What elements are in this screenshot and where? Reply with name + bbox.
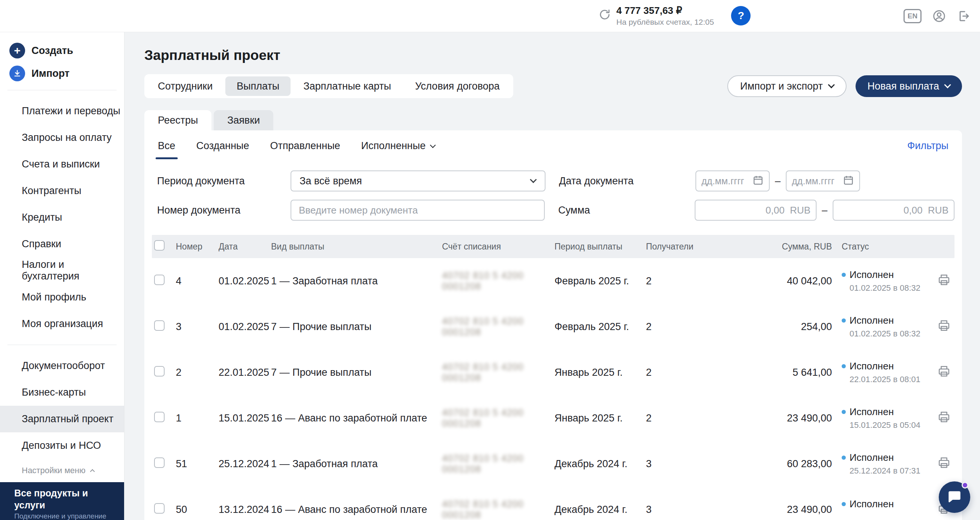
table-row[interactable]: 1 15.01.2025 16 — Аванс по заработной пл… — [152, 395, 955, 441]
tab-payouts[interactable]: Выплаты — [225, 76, 291, 96]
table-row[interactable]: 4 01.02.2025 1 — Заработная плата 40702 … — [152, 258, 955, 304]
app-body: + Создать Импорт Платежи и переводы Запр… — [0, 32, 980, 520]
registries-table: Номер Дата Вид выплаты Счёт списания Пер… — [152, 235, 955, 520]
sidebar-menu-top: Платежи и переводы Запросы на оплату Сче… — [0, 98, 124, 337]
print-icon[interactable] — [937, 410, 951, 424]
status-time: 22.01.2025 в 08:01 — [850, 375, 928, 384]
cell-date: 25.12.2024 — [219, 458, 271, 470]
sidebar-item-payment-requests[interactable]: Запросы на оплату — [0, 124, 124, 151]
sidebar-item-my-organization[interactable]: Моя организация — [0, 311, 124, 337]
cell-period: Январь 2025 г. — [554, 412, 646, 424]
amount-from-input[interactable] — [701, 205, 811, 216]
cell-account-redacted: 40702 810 5 4200 0001208 — [442, 499, 554, 520]
sidebar-item-taxes-accounting[interactable]: Налоги и бухгалтерия — [0, 257, 124, 284]
print-icon[interactable] — [937, 273, 951, 287]
calendar-icon[interactable] — [752, 174, 764, 187]
cell-date: 01.02.2025 — [219, 275, 271, 287]
create-label: Создать — [32, 45, 73, 57]
sidebar-item-credits[interactable]: Кредиты — [0, 204, 124, 231]
help-button[interactable]: ? — [731, 6, 751, 25]
cell-status: Исполнен 25.12.2024 в 07:31 — [832, 452, 928, 476]
subtab-applications[interactable]: Заявки — [214, 110, 273, 130]
chat-button[interactable] — [939, 481, 970, 513]
row-checkbox[interactable] — [154, 320, 165, 331]
period-label: Период документа — [157, 175, 291, 187]
period-value: За всё время — [299, 175, 362, 187]
amount-to-input[interactable] — [838, 205, 948, 216]
table-row[interactable]: 50 13.12.2024 16 — Аванс по заработной п… — [152, 487, 955, 520]
cell-number: 51 — [176, 458, 219, 470]
subtab-registries[interactable]: Реестры — [144, 110, 212, 130]
page-title: Зарплатный проект — [144, 47, 962, 64]
table-row[interactable]: 3 01.02.2025 7 — Прочие выплаты 40702 81… — [152, 304, 955, 350]
import-button[interactable]: Импорт — [0, 65, 124, 82]
amount-from-field[interactable] — [695, 200, 816, 221]
header-date: Дата — [219, 242, 271, 252]
print-icon[interactable] — [937, 456, 951, 469]
menu-settings-button[interactable]: Настройки меню — [0, 459, 124, 482]
print-icon[interactable] — [937, 365, 951, 378]
filter-row-period: Период документа За всё время Дата докум… — [152, 170, 955, 192]
document-number-field[interactable] — [291, 200, 545, 221]
sidebar-item-business-cards[interactable]: Бизнес-карты — [0, 379, 124, 406]
sidebar-item-deposits[interactable]: Депозиты и НСО — [0, 432, 124, 459]
cell-amount: 5 641,00 — [768, 367, 832, 378]
cell-number: 3 — [176, 321, 219, 333]
sidebar-item-payments-transfers[interactable]: Платежи и переводы — [0, 98, 124, 124]
row-checkbox[interactable] — [154, 366, 165, 377]
table-header: Номер Дата Вид выплаты Счёт списания Пер… — [152, 235, 955, 258]
cell-amount: 23 490,00 — [768, 504, 832, 515]
period-select[interactable]: За всё время — [291, 170, 546, 192]
sidebar-item-salary-project[interactable]: Зарплатный проект — [0, 406, 124, 432]
row-checkbox[interactable] — [154, 457, 165, 468]
row-checkbox[interactable] — [154, 503, 165, 514]
sidebar-item-counterparties[interactable]: Контрагенты — [0, 178, 124, 204]
date-from-input[interactable] — [702, 176, 749, 187]
chevron-down-icon — [430, 143, 436, 148]
sidebar-item-certificates[interactable]: Справки — [0, 231, 124, 257]
select-all-checkbox[interactable] — [154, 240, 165, 250]
table-row[interactable]: 51 25.12.2024 1 — Заработная плата 40702… — [152, 441, 955, 487]
sidebar-item-accounts-statements[interactable]: Счета и выписки — [0, 151, 124, 178]
cell-type: 1 — Заработная плата — [271, 458, 442, 470]
profile-icon[interactable] — [932, 9, 946, 23]
tab-contract-terms[interactable]: Условия договора — [404, 76, 511, 96]
cell-period: Декабрь 2024 г. — [554, 458, 646, 470]
create-button[interactable]: + Создать — [0, 42, 124, 60]
tab-employees[interactable]: Сотрудники — [146, 76, 224, 96]
amount-to-field[interactable] — [833, 200, 955, 221]
document-number-input[interactable] — [299, 205, 536, 216]
date-from-field[interactable] — [695, 170, 770, 192]
new-payment-button[interactable]: Новая выплата — [856, 75, 962, 97]
language-button[interactable]: EN — [904, 9, 921, 23]
date-to-field[interactable] — [786, 170, 860, 192]
filter-tab-created[interactable]: Созданные — [196, 140, 249, 159]
filter-tab-sent[interactable]: Отправленные — [270, 140, 340, 159]
filter-tab-all[interactable]: Все — [158, 140, 175, 159]
tab-salary-cards[interactable]: Зарплатные карты — [292, 76, 402, 96]
status-label: Исполнен — [850, 498, 894, 510]
import-export-button[interactable]: Импорт и экспорт — [727, 75, 846, 97]
cell-recipients: 2 — [646, 412, 768, 424]
status-dot — [842, 502, 846, 506]
print-icon[interactable] — [937, 319, 951, 332]
row-checkbox[interactable] — [154, 412, 165, 422]
all-products-button[interactable]: Все продукты и услуги Подключение и упра… — [0, 482, 124, 520]
cell-account-redacted: 40702 810 5 4200 0001208 — [442, 361, 554, 383]
filters-link[interactable]: Фильтры — [907, 140, 948, 159]
status-label: Исполнен — [850, 360, 894, 372]
menu-settings-label: Настройки меню — [22, 466, 86, 476]
date-to-input[interactable] — [792, 176, 840, 187]
sidebar-item-my-profile[interactable]: Мой профиль — [0, 284, 124, 311]
header-amount: Сумма, RUB — [768, 242, 832, 252]
cell-amount: 254,00 — [768, 321, 832, 333]
logout-icon[interactable] — [957, 10, 970, 23]
calendar-icon[interactable] — [843, 174, 854, 187]
all-products-title: Все продукты и услуги — [14, 487, 120, 511]
filter-tab-executed[interactable]: Исполненные — [361, 140, 435, 159]
table-row[interactable]: 2 22.01.2025 7 — Прочие выплаты 40702 81… — [152, 350, 955, 395]
row-checkbox[interactable] — [154, 274, 165, 285]
status-time: 01.02.2025 в 08:32 — [850, 329, 928, 339]
refresh-icon[interactable] — [598, 8, 611, 21]
sidebar-item-document-flow[interactable]: Документооборот — [0, 352, 124, 379]
